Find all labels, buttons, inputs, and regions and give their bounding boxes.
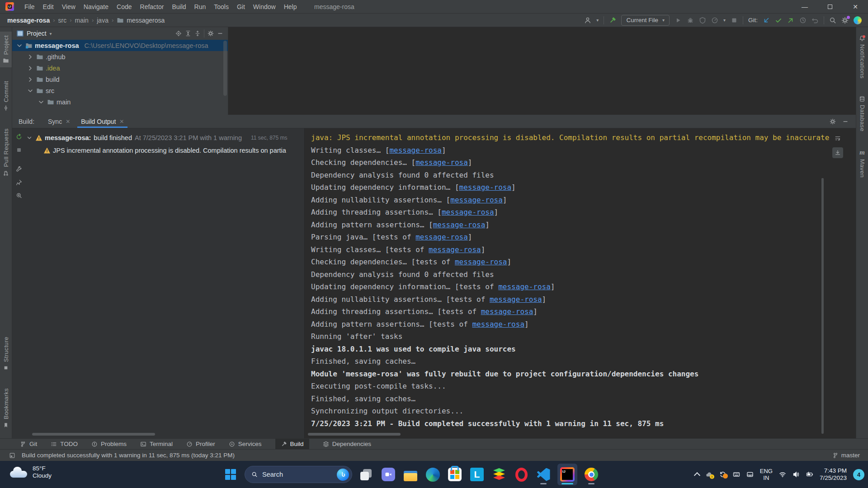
chevron-right-icon[interactable] <box>27 76 34 83</box>
debug-button[interactable] <box>687 17 694 24</box>
bing-icon[interactable] <box>337 469 349 481</box>
console-hscrollbar[interactable] <box>308 433 401 436</box>
run-options-caret[interactable]: ▾ <box>723 18 726 23</box>
git-branch-widget[interactable]: master <box>832 452 868 459</box>
soft-wrap-icon[interactable] <box>832 133 843 144</box>
tool-window-tab-structure[interactable]: Structure <box>0 333 12 375</box>
user-dropdown-caret[interactable]: ▾ <box>596 18 599 23</box>
taskbar-app-chrome[interactable] <box>583 464 599 485</box>
tool-window-button-git[interactable]: Git <box>20 439 37 449</box>
console-link[interactable]: message-rosa <box>429 245 481 254</box>
taskbar-app-ldplayer[interactable]: L <box>469 464 485 485</box>
menu-refactor[interactable]: Refactor <box>136 0 168 14</box>
tree-node-idea[interactable]: .idea <box>12 62 228 74</box>
editor-area[interactable] <box>229 27 856 115</box>
git-update-icon[interactable] <box>763 17 770 24</box>
weather-widget[interactable]: 85°F Cloudy <box>10 465 52 479</box>
tool-window-button-terminal[interactable]: Terminal <box>140 439 173 449</box>
maximize-button[interactable] <box>817 0 843 13</box>
build-hammer-icon[interactable] <box>609 17 616 24</box>
stop-button[interactable] <box>731 17 738 24</box>
gradient-ball-icon[interactable] <box>854 16 862 24</box>
taskbar-app-task-view[interactable] <box>358 464 374 485</box>
close-tab-icon[interactable]: ✕ <box>119 118 124 125</box>
settings-gear-icon[interactable] <box>841 17 849 24</box>
tool-window-tab-database[interactable]: Database <box>856 92 868 135</box>
rerun-build-icon[interactable] <box>16 134 22 140</box>
tool-window-tab-maven[interactable]: mMaven <box>856 145 868 181</box>
wifi-icon[interactable] <box>779 471 786 478</box>
breadcrumb-item-main[interactable]: main <box>75 17 89 24</box>
menu-view[interactable]: View <box>58 0 80 14</box>
taskbar-app-edge[interactable] <box>425 464 441 485</box>
console-link[interactable]: message-rosa <box>433 221 486 229</box>
locate-target-icon[interactable] <box>175 30 182 37</box>
tree-node-github[interactable]: .github <box>12 51 228 62</box>
taskbar-app-chat[interactable] <box>380 464 396 485</box>
tool-window-tab-commit[interactable]: Commit <box>0 77 12 115</box>
taskbar-app-file-explorer[interactable] <box>402 464 419 485</box>
breadcrumb-item-message-rosa[interactable]: message-rosa <box>7 17 50 24</box>
tree-node-message-rosa[interactable]: message-rosa C:\Users\LENOVO\Desktop\mes… <box>12 40 228 51</box>
sync-update-icon[interactable] <box>719 471 726 478</box>
build-tab-build-output[interactable]: Build Output✕ <box>75 115 129 128</box>
notification-count-badge[interactable]: 4 <box>853 469 864 480</box>
chevron-right-icon[interactable] <box>27 65 34 72</box>
chevron-right-icon[interactable] <box>27 53 34 61</box>
chevron-down-icon[interactable] <box>16 42 23 49</box>
tool-window-tab-notifications[interactable]: Notifications <box>856 32 868 82</box>
breadcrumb-item-java[interactable]: java <box>97 17 108 24</box>
console-link[interactable]: message-rosa <box>455 258 507 266</box>
project-tree-scrollbar[interactable] <box>223 41 227 96</box>
run-button[interactable] <box>675 17 682 24</box>
console-link[interactable]: message-rosa <box>472 320 524 328</box>
run-configuration-select[interactable]: Current File ▾ <box>621 15 670 26</box>
user-icon[interactable] <box>584 17 591 24</box>
tool-window-button-profiler[interactable]: Profiler <box>186 439 215 449</box>
taskbar-app-bluestacks[interactable] <box>491 464 507 485</box>
tool-window-button-build[interactable]: Build <box>275 439 309 449</box>
profiler-button[interactable] <box>711 17 718 24</box>
onedrive-cloud-icon[interactable]: ! <box>706 471 713 478</box>
chevron-down-icon[interactable] <box>38 99 45 106</box>
console-link[interactable]: message-rosa <box>459 183 512 192</box>
touchpad-icon[interactable] <box>746 471 754 478</box>
taskbar-app-intellij[interactable]: IJ <box>557 464 577 485</box>
build-tree-warning-row[interactable]: ! JPS incremental annotation processing … <box>44 145 304 156</box>
minimize-panel-icon[interactable] <box>842 118 849 125</box>
status-message[interactable]: Build completed successfully with 1 warn… <box>22 452 235 459</box>
menu-window[interactable]: Window <box>249 0 280 14</box>
console-link[interactable]: message-rosa <box>415 233 468 241</box>
project-panel-title[interactable]: Project <box>27 30 47 37</box>
collapse-all-icon[interactable] <box>194 30 201 37</box>
git-push-icon[interactable] <box>787 17 794 24</box>
tool-window-button-services[interactable]: Services <box>229 439 262 449</box>
console-vscrollbar[interactable] <box>821 178 824 434</box>
hidden-icons-chevron[interactable] <box>694 472 700 479</box>
pin-icon[interactable] <box>16 179 22 186</box>
menu-run[interactable]: Run <box>190 0 210 14</box>
tree-node-src[interactable]: src <box>12 85 228 96</box>
inspect-eye-icon[interactable] <box>16 192 22 199</box>
wrench-icon[interactable] <box>16 166 22 173</box>
taskbar-app-vscode[interactable] <box>535 464 552 485</box>
rollback-icon[interactable] <box>811 17 819 24</box>
minimize-button[interactable]: — <box>792 0 817 13</box>
tree-node-main[interactable]: main <box>12 96 228 108</box>
build-settings-gear-icon[interactable] <box>830 118 836 125</box>
console-link[interactable]: message-rosa <box>490 295 542 304</box>
tool-window-button-problems[interactable]: Problems <box>91 439 127 449</box>
menu-build[interactable]: Build <box>168 0 190 14</box>
layout-icon[interactable] <box>9 452 15 459</box>
taskbar-app-opera[interactable] <box>513 464 529 485</box>
breadcrumb-item-messagerosa[interactable]: messagerosa <box>117 17 165 24</box>
chevron-down-icon[interactable] <box>26 134 33 141</box>
start-button[interactable] <box>222 464 239 485</box>
build-tab-sync[interactable]: Sync✕ <box>42 115 75 128</box>
console-link[interactable]: message-rosa <box>442 208 494 216</box>
tool-window-button-dependencies[interactable]: Dependencies <box>323 439 371 449</box>
search-icon[interactable] <box>829 17 836 24</box>
tool-window-tab-bookmarks[interactable]: Bookmarks <box>0 385 12 432</box>
menu-edit[interactable]: Edit <box>39 0 58 14</box>
tool-window-button-todo[interactable]: TODO <box>51 439 78 449</box>
